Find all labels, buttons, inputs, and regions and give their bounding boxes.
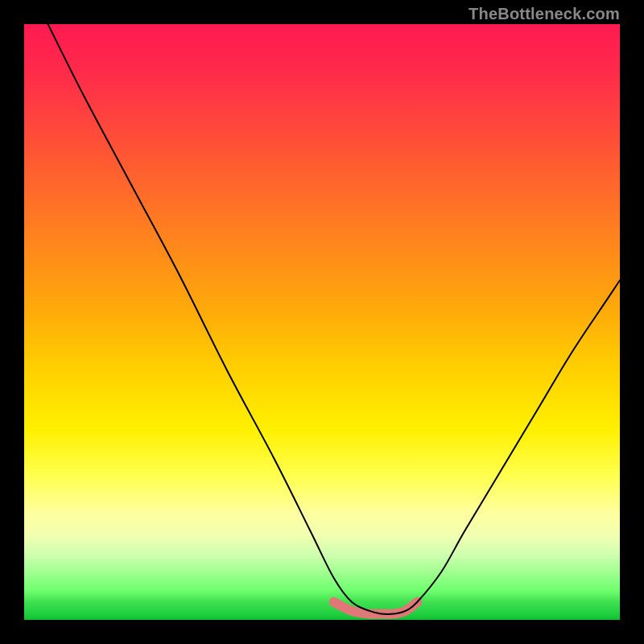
watermark-text: TheBottleneck.com — [469, 5, 620, 23]
plot-area — [24, 24, 620, 620]
chart-container: TheBottleneck.com — [0, 0, 644, 644]
chart-svg — [24, 24, 620, 620]
bottleneck-curve-path — [48, 24, 620, 614]
